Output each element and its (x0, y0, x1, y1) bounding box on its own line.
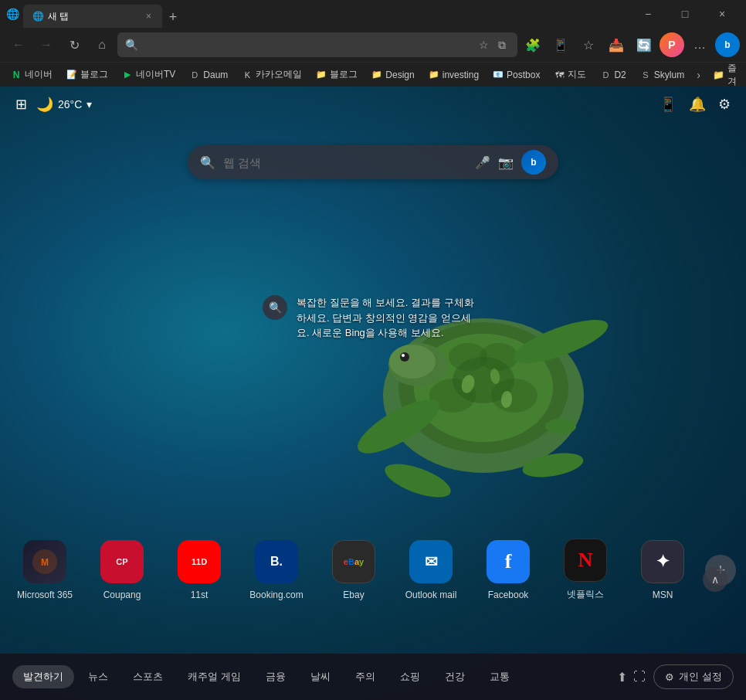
settings-icon[interactable]: ⚙ (718, 96, 731, 113)
shortcut-msn[interactable]: ✦ MSN (628, 534, 697, 607)
address-input[interactable] (143, 39, 471, 51)
close-button[interactable]: × (704, 0, 740, 28)
favorites-folder-icon: 📁 (713, 70, 724, 80)
tab-shopping[interactable]: 쇼핑 (389, 665, 431, 688)
tab-casual-games[interactable]: 캐주얼 게임 (177, 665, 252, 688)
bottom-fullscreen-icon[interactable]: ⛶ (633, 670, 646, 684)
collections-button[interactable]: 📱 (548, 32, 573, 57)
window-controls: − □ × (630, 0, 740, 28)
extensions-button[interactable]: 🧩 (521, 32, 545, 57)
bookmark-naver-label: 네이버 (25, 68, 53, 81)
tab-discover[interactable]: 발견하기 (12, 665, 74, 688)
bookmark-naver[interactable]: N 네이버 (5, 66, 59, 84)
bookmark-daum[interactable]: D Daum (183, 66, 234, 84)
bottom-icons: ⬆ ⛶ (617, 670, 646, 685)
shortcut-ebay[interactable]: eBay Ebay (319, 534, 388, 607)
tab-bar: 🌐 새 탭 × + (23, 0, 626, 28)
bookmark-design[interactable]: 📁 Design (365, 66, 420, 84)
grid-menu-icon[interactable]: ⊞ (15, 96, 27, 113)
browser-icon: 🌐 (6, 8, 19, 20)
bookmark-navertv-label: 네이버TV (136, 68, 175, 81)
active-tab[interactable]: 🌐 새 탭 × (23, 5, 162, 28)
booking-icon: B. (255, 540, 298, 583)
tab-transport[interactable]: 교통 (479, 665, 521, 688)
bookmarks-favorites-button[interactable]: 📁 다른 즐겨찾기 (707, 62, 743, 87)
new-tab-button[interactable]: + (162, 6, 184, 28)
shortcut-coupang[interactable]: CP Coupang (87, 534, 157, 607)
weather-widget[interactable]: 🌙 26°C ▾ (36, 96, 92, 113)
bookmark-postbox[interactable]: 📧 Postbox (487, 66, 546, 84)
address-bar[interactable]: 🔍 ☆ ⧉ (117, 32, 517, 57)
home-button[interactable]: ⌂ (90, 32, 114, 57)
facebook-label: Facebook (488, 590, 529, 600)
bookmark-d2-label: D2 (614, 70, 626, 80)
bookmarks-more-button[interactable]: › (692, 67, 705, 83)
back-button[interactable]: ← (6, 32, 31, 57)
bottom-share-icon[interactable]: ⬆ (617, 670, 627, 685)
favorites-label: 다른 즐겨찾기 (727, 62, 737, 87)
bookmark-map[interactable]: 🗺 지도 (548, 66, 592, 84)
tab-weather[interactable]: 날씨 (300, 665, 341, 688)
search-bing-button[interactable]: b (521, 150, 546, 175)
tab-attention[interactable]: 주의 (344, 665, 386, 688)
tab-sports[interactable]: 스포츠 (122, 665, 174, 688)
tab-title: 새 탭 (48, 10, 140, 23)
search-section: 🔍 🎤 📷 b (0, 145, 746, 179)
title-bar-left: 🌐 (6, 8, 19, 20)
more-button[interactable]: … (687, 32, 712, 57)
scroll-up-button[interactable]: ∧ (703, 567, 727, 592)
bookmark-investing[interactable]: 📁 investing (422, 66, 485, 84)
shortcut-booking[interactable]: B. Booking.com (242, 534, 311, 607)
profile-button[interactable]: P (660, 32, 684, 57)
search-mic-icon[interactable]: 🎤 (475, 155, 490, 170)
search-icon: 🔍 (125, 39, 138, 51)
bookmark-blog-label: 블로그 (80, 68, 108, 81)
bookmark-navertv[interactable]: ▶ 네이버TV (116, 66, 181, 84)
bookmark-kakaomail[interactable]: K 카카오메일 (236, 66, 308, 84)
forward-button[interactable]: → (34, 32, 59, 57)
map-icon: 🗺 (554, 70, 565, 80)
bing-tooltip-icon: 🔍 (263, 295, 287, 320)
shortcut-facebook[interactable]: f Facebook (473, 534, 543, 607)
navigation-bar: ← → ↻ ⌂ 🔍 ☆ ⧉ 🧩 📱 ☆ 📥 🔄 P … b (0, 28, 746, 62)
search-camera-icon[interactable]: 📷 (498, 155, 514, 170)
mobile-icon[interactable]: 📱 (660, 96, 676, 113)
shortcut-11st[interactable]: 11D 11st (164, 534, 234, 607)
favorites-button[interactable]: ☆ (576, 32, 601, 57)
title-bar: 🌐 🌐 새 탭 × + − □ × (0, 0, 746, 28)
tab-favicon: 🌐 (32, 11, 43, 22)
search-input[interactable] (223, 156, 467, 169)
shortcuts-section: M Microsoft 365 CP Coupang 11D 11st (0, 532, 746, 607)
bookmark-blog2[interactable]: 📁 블로그 (310, 66, 364, 84)
bookmarks-bar: N 네이버 📝 블로그 ▶ 네이버TV D Daum K 카카오메일 📁 블로그… (0, 62, 746, 87)
blog-icon: 📝 (66, 70, 77, 80)
bookmark-blog[interactable]: 📝 블로그 (60, 66, 114, 84)
personal-settings-button[interactable]: ⚙ 개인 설정 (653, 664, 734, 689)
minimize-button[interactable]: − (630, 0, 666, 28)
favorite-icon[interactable]: ☆ (476, 37, 491, 53)
investing-folder-icon: 📁 (429, 70, 439, 80)
split-view-icon[interactable]: ⧉ (494, 37, 510, 53)
tab-news[interactable]: 뉴스 (77, 665, 119, 688)
downloads-button[interactable]: 📥 (604, 32, 629, 57)
maximize-button[interactable]: □ (667, 0, 703, 28)
outlook-label: Outlook mail (405, 590, 457, 600)
bing-button[interactable]: b (715, 32, 740, 57)
d2-icon: D (600, 70, 611, 80)
history-button[interactable]: 🔄 (632, 32, 656, 57)
shortcut-outlook[interactable]: ✉ Outlook mail (396, 534, 466, 607)
notifications-icon[interactable]: 🔔 (689, 96, 706, 113)
design-folder-icon: 📁 (371, 70, 382, 80)
ebay-label: Ebay (343, 590, 364, 600)
tab-health[interactable]: 건강 (434, 665, 476, 688)
tab-finance[interactable]: 금융 (255, 665, 297, 688)
shortcut-netflix[interactable]: N 넷플릭스 (551, 532, 620, 607)
kakaomail-icon: K (242, 70, 253, 80)
bookmark-postbox-label: Postbox (507, 70, 540, 80)
tab-close-button[interactable]: × (144, 9, 153, 23)
refresh-button[interactable]: ↻ (62, 32, 86, 57)
search-box[interactable]: 🔍 🎤 📷 b (188, 145, 558, 179)
bookmark-d2[interactable]: D D2 (594, 66, 632, 84)
bookmark-skylum[interactable]: S Skylum (634, 66, 690, 84)
shortcut-ms365[interactable]: M Microsoft 365 (10, 534, 80, 607)
